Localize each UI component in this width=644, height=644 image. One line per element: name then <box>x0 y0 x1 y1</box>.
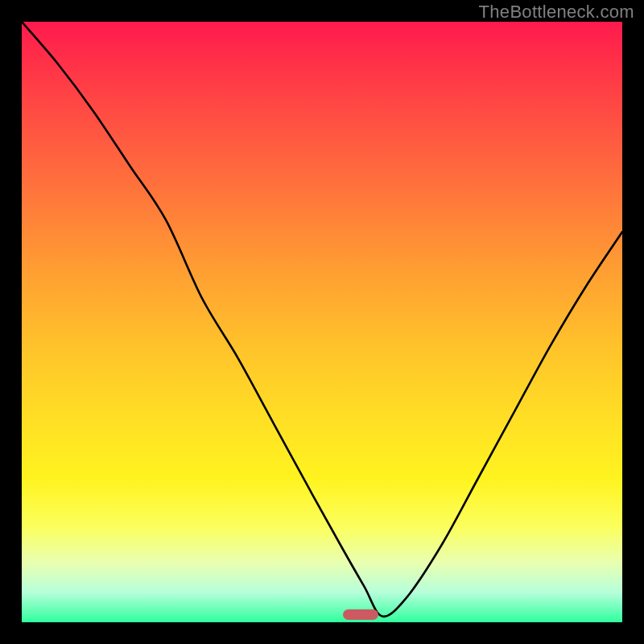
watermark-text: TheBottleneck.com <box>479 2 634 23</box>
chart-frame: TheBottleneck.com <box>0 0 644 644</box>
plot-area <box>22 22 622 622</box>
bottleneck-curve <box>22 22 622 622</box>
optimal-marker <box>343 609 378 620</box>
